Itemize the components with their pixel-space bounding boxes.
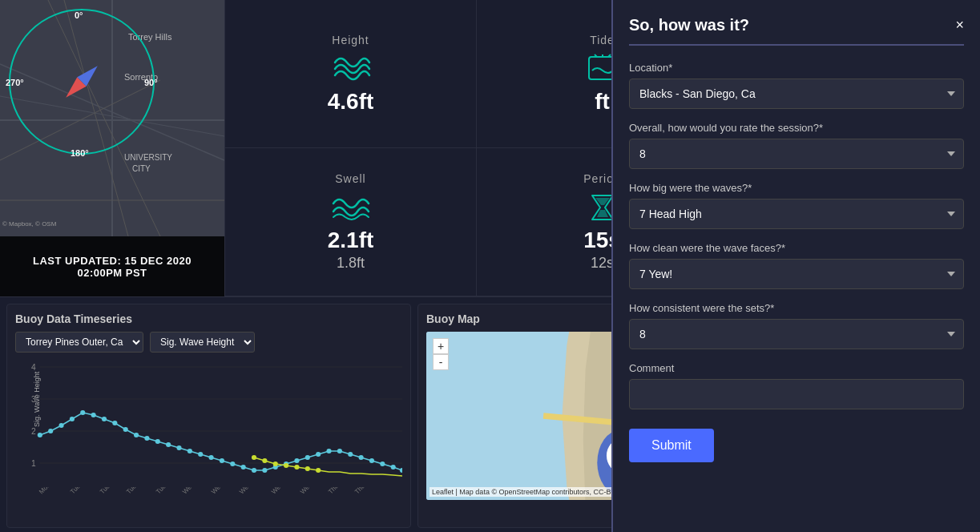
- metric-select[interactable]: Sig. Wave Height: [150, 332, 255, 353]
- svg-point-49: [144, 436, 149, 441]
- stat-height-value: 4.6ft: [328, 90, 374, 115]
- svg-point-46: [112, 421, 117, 425]
- set-consistency-dropdown[interactable]: 8: [629, 319, 964, 349]
- overall-rating-dropdown[interactable]: 8: [629, 139, 964, 169]
- svg-point-48: [134, 433, 139, 437]
- svg-point-42: [70, 417, 75, 421]
- zoom-out-button[interactable]: -: [433, 354, 449, 370]
- wave-height-icon: [331, 53, 371, 90]
- svg-text:90°: 90°: [144, 78, 158, 87]
- time-label-11: Thu 8AM: [353, 487, 392, 510]
- wave-faces-label: How clean were the wave faces?*: [629, 242, 964, 254]
- svg-point-72: [391, 465, 396, 470]
- modal-close-button[interactable]: ×: [955, 17, 964, 34]
- set-consistency-label: How consistent were the sets?*: [629, 302, 964, 314]
- map-placeholder: Torrey Hills Sorrento UNIVERSITY CITY © …: [0, 0, 224, 236]
- stat-swell-label: Swell: [335, 172, 365, 185]
- stat-height-label: Height: [332, 34, 369, 46]
- chart-controls: Torrey Pines Outer, Ca Sig. Wave Height: [15, 332, 402, 353]
- svg-point-57: [230, 461, 235, 466]
- location-group: Location* Blacks - San Diego, Ca: [629, 62, 964, 109]
- stat-height: Height 4.6ft: [225, 0, 477, 148]
- svg-point-78: [294, 465, 299, 470]
- swell-icon: [331, 191, 371, 228]
- set-consistency-group: How consistent were the sets?* 8: [629, 302, 964, 349]
- svg-point-60: [262, 468, 267, 473]
- comment-label: Comment: [629, 362, 964, 374]
- svg-point-58: [241, 465, 246, 470]
- svg-point-52: [176, 445, 181, 450]
- stat-tide-value: ft: [595, 90, 610, 115]
- svg-point-63: [294, 458, 299, 463]
- comment-group: Comment: [629, 362, 964, 409]
- overall-rating-label: Overall, how would you rate the session?…: [629, 122, 964, 134]
- svg-point-39: [38, 433, 42, 437]
- svg-point-67: [337, 449, 342, 453]
- chart-area: Sig. Wave Height 4 3 2 1: [15, 359, 402, 487]
- last-updated-time: 02:00PM PST: [6, 267, 218, 279]
- chart-y-label: Sig. Wave Height: [33, 372, 41, 427]
- svg-point-50: [155, 439, 160, 444]
- wave-size-group: How big were the waves?* 7 Head High: [629, 182, 964, 229]
- svg-point-64: [305, 455, 310, 460]
- chart-svg: 4 3 2 1: [15, 359, 402, 479]
- svg-point-41: [58, 423, 63, 428]
- svg-point-71: [380, 461, 385, 466]
- wind-map-area: Torrey Hills Sorrento UNIVERSITY CITY © …: [0, 0, 224, 296]
- svg-text:© Mapbox, © OSM: © Mapbox, © OSM: [2, 220, 57, 228]
- svg-point-51: [166, 442, 171, 447]
- svg-text:0°: 0°: [75, 10, 83, 20]
- svg-text:1: 1: [31, 459, 36, 468]
- svg-point-74: [252, 455, 256, 460]
- svg-point-47: [123, 427, 128, 432]
- submit-button[interactable]: Submit: [629, 429, 714, 462]
- svg-point-69: [359, 455, 364, 460]
- wave-faces-group: How clean were the wave faces?* 7 Yew!: [629, 242, 964, 289]
- svg-point-40: [48, 429, 53, 433]
- stat-period-sub: 12s: [591, 255, 614, 272]
- svg-text:180°: 180°: [71, 148, 89, 158]
- svg-point-68: [348, 452, 353, 457]
- modal-header: So, how was it? ×: [629, 16, 964, 46]
- svg-point-77: [284, 463, 288, 468]
- svg-point-56: [220, 458, 224, 463]
- svg-text:270°: 270°: [6, 78, 24, 87]
- svg-point-76: [273, 461, 278, 466]
- location-label: Location*: [629, 62, 964, 74]
- location-select[interactable]: Torrey Pines Outer, Ca: [15, 332, 143, 353]
- location-dropdown[interactable]: Blacks - San Diego, Ca: [629, 79, 964, 109]
- buoy-timeseries-title: Buoy Data Timeseries: [15, 312, 402, 325]
- svg-text:4: 4: [31, 363, 36, 372]
- stat-swell-sub: 1.8ft: [337, 255, 365, 272]
- svg-point-75: [262, 458, 267, 463]
- svg-text:CITY: CITY: [132, 164, 151, 173]
- wave-size-label: How big were the waves?*: [629, 182, 964, 194]
- stat-swell: Swell 2.1ft 1.8ft: [225, 148, 477, 296]
- wave-faces-dropdown[interactable]: 7 Yew!: [629, 259, 964, 289]
- feedback-modal: So, how was it? × Location* Blacks - San…: [611, 0, 980, 532]
- svg-point-70: [369, 458, 374, 463]
- svg-point-79: [305, 466, 310, 471]
- svg-point-73: [400, 468, 402, 473]
- svg-point-55: [209, 455, 214, 460]
- svg-point-54: [198, 452, 203, 457]
- svg-point-80: [316, 468, 321, 473]
- svg-point-45: [102, 417, 107, 421]
- svg-point-66: [326, 449, 331, 453]
- svg-point-44: [91, 413, 96, 417]
- buoy-timeseries-panel: Buoy Data Timeseries Torrey Pines Outer,…: [6, 304, 411, 528]
- zoom-in-button[interactable]: +: [433, 338, 449, 354]
- wave-size-dropdown[interactable]: 7 Head High: [629, 199, 964, 229]
- map-zoom-controls: + -: [433, 338, 449, 370]
- compass-svg: 0° 90° 180° 270°: [4, 4, 160, 160]
- svg-point-65: [316, 452, 321, 457]
- last-updated-date: LAST UPDATED: 15 DEC 2020: [6, 255, 218, 267]
- svg-point-53: [188, 449, 192, 453]
- overall-rating-group: Overall, how would you rate the session?…: [629, 122, 964, 169]
- svg-point-43: [80, 410, 85, 415]
- stat-swell-value: 2.1ft: [328, 228, 374, 253]
- svg-point-59: [252, 468, 256, 473]
- comment-input[interactable]: [629, 379, 964, 409]
- last-updated-box: LAST UPDATED: 15 DEC 2020 02:00PM PST: [0, 236, 224, 296]
- modal-title: So, how was it?: [629, 16, 749, 34]
